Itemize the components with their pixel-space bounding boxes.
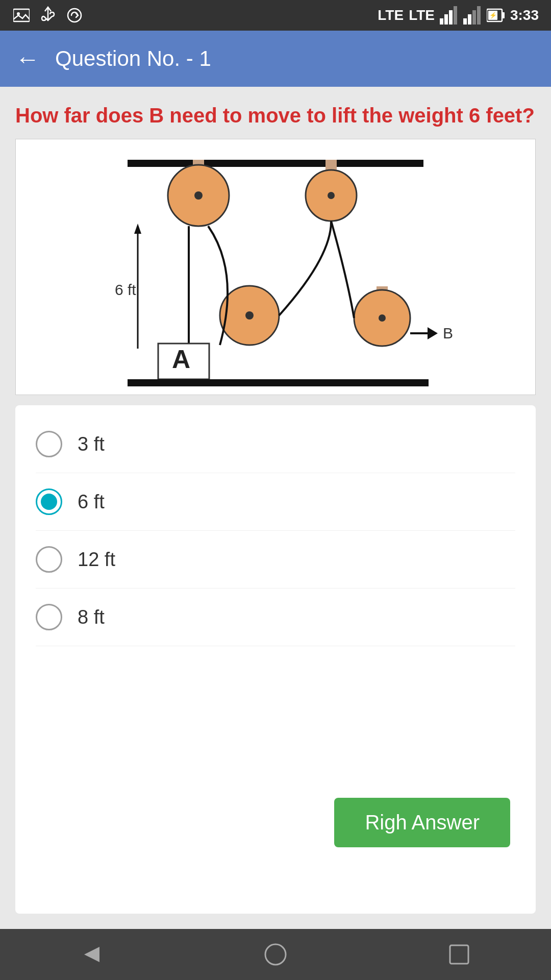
- radio-4[interactable]: [36, 604, 62, 630]
- back-button[interactable]: ←: [15, 45, 40, 73]
- lte-label2: LTE: [409, 7, 435, 23]
- radio-inner-2: [41, 494, 57, 510]
- question-text: How far does B need to move to lift the …: [15, 102, 536, 129]
- answer-option-3[interactable]: 12 ft: [36, 531, 515, 589]
- svg-rect-0: [13, 9, 30, 21]
- svg-rect-40: [450, 945, 468, 964]
- answer-label-3: 12 ft: [78, 549, 115, 571]
- app-bar-title: Question No. - 1: [55, 46, 211, 71]
- svg-marker-34: [134, 224, 141, 234]
- answer-option-4[interactable]: 8 ft: [36, 589, 515, 646]
- svg-rect-4: [444, 14, 448, 24]
- main-content: How far does B need to move to lift the …: [0, 87, 551, 929]
- nav-back-button[interactable]: [71, 934, 112, 975]
- bottom-nav: [0, 929, 551, 980]
- svg-rect-9: [472, 10, 476, 24]
- svg-rect-10: [477, 6, 481, 24]
- svg-rect-6: [454, 6, 457, 24]
- nav-recents-button[interactable]: [439, 934, 480, 975]
- signal-icon2: [463, 6, 482, 24]
- svg-rect-5: [449, 10, 453, 24]
- svg-point-24: [245, 311, 254, 320]
- battery-icon: ⚡: [487, 6, 505, 24]
- svg-rect-15: [128, 160, 423, 167]
- sync-icon: [65, 6, 84, 24]
- svg-text:B: B: [443, 325, 453, 341]
- svg-point-21: [328, 192, 335, 199]
- time-label: 3:33: [510, 7, 539, 23]
- signal-icon1: [440, 6, 458, 24]
- radio-1[interactable]: [36, 431, 62, 457]
- svg-marker-38: [84, 947, 99, 962]
- svg-marker-36: [428, 327, 438, 339]
- answer-option-1[interactable]: 3 ft: [36, 415, 515, 473]
- status-bar-right: LTE LTE ⚡ 3:33: [378, 6, 539, 24]
- svg-text:6 ft: 6 ft: [115, 281, 136, 298]
- svg-text:A: A: [172, 345, 190, 374]
- svg-rect-8: [468, 14, 471, 24]
- svg-rect-3: [440, 18, 443, 24]
- status-bar-left: [12, 6, 84, 24]
- radio-3[interactable]: [36, 546, 62, 573]
- answers-card: 3 ft 6 ft 12 ft 8 ft Righ Answer: [15, 405, 536, 914]
- nav-home-button[interactable]: [255, 934, 296, 975]
- lte-label1: LTE: [378, 7, 404, 23]
- pulley-diagram: A 6 ft B: [97, 144, 454, 389]
- svg-point-2: [68, 9, 81, 22]
- answer-label-2: 6 ft: [78, 491, 105, 513]
- svg-text:⚡: ⚡: [489, 11, 497, 19]
- image-icon: [12, 6, 31, 24]
- svg-point-39: [265, 944, 286, 965]
- status-bar: LTE LTE ⚡ 3:33: [0, 0, 551, 31]
- answer-label-1: 3 ft: [78, 433, 105, 455]
- answer-label-4: 8 ft: [78, 606, 105, 628]
- svg-point-18: [194, 191, 203, 200]
- radio-2[interactable]: [36, 488, 62, 515]
- usb-icon: [39, 6, 57, 24]
- answer-option-2[interactable]: 6 ft: [36, 473, 515, 531]
- diagram-container: A 6 ft B: [15, 139, 536, 395]
- svg-point-27: [379, 314, 386, 322]
- svg-rect-32: [128, 379, 429, 386]
- svg-rect-7: [463, 18, 467, 24]
- app-bar: ← Question No. - 1: [0, 31, 551, 87]
- svg-rect-12: [502, 12, 505, 18]
- right-answer-button[interactable]: Righ Answer: [334, 798, 510, 847]
